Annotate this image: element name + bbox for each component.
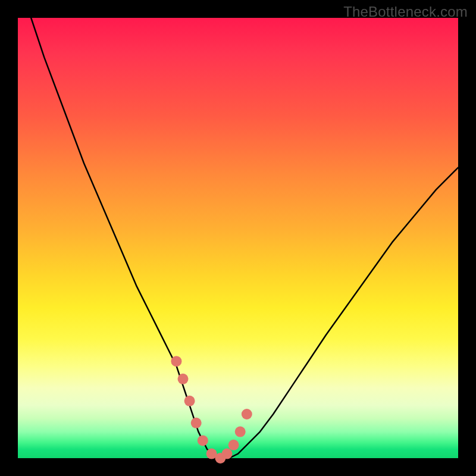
bottleneck-marker — [191, 418, 202, 428]
bottleneck-marker — [242, 409, 252, 419]
bottleneck-curve-path — [31, 18, 458, 458]
bottleneck-marker — [222, 449, 233, 459]
bottleneck-marker — [178, 374, 189, 384]
bottleneck-marker — [235, 427, 246, 437]
chart-frame: TheBottleneck.com — [0, 0, 476, 476]
bottleneck-curve-svg — [18, 18, 458, 458]
bottleneck-marker — [184, 396, 195, 406]
bottleneck-marker — [171, 356, 181, 367]
bottleneck-marker — [228, 440, 239, 450]
bottleneck-marker-group — [171, 356, 252, 464]
bottleneck-marker — [198, 435, 208, 446]
plot-area — [18, 18, 458, 458]
